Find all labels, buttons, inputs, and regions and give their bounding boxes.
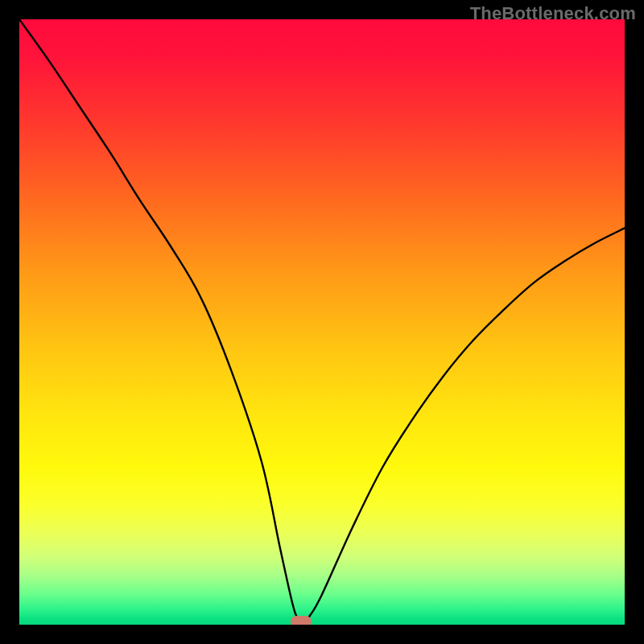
curve-path — [19, 19, 625, 622]
watermark-text: TheBottleneck.com — [470, 3, 636, 24]
chart-frame: TheBottleneck.com — [0, 0, 644, 644]
plot-area — [19, 19, 625, 625]
optimum-marker — [291, 616, 312, 625]
bottleneck-curve — [19, 19, 625, 625]
